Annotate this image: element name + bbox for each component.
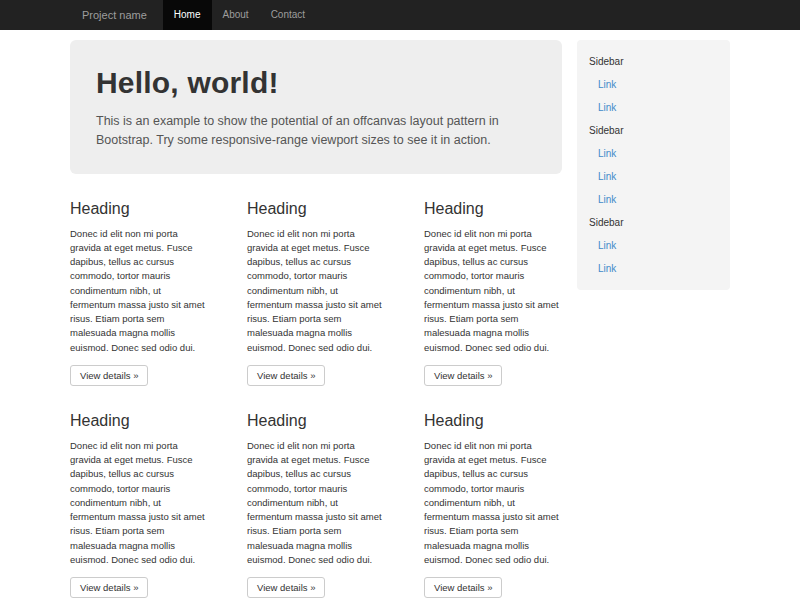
card-heading: Heading [70, 412, 208, 430]
view-details-button[interactable]: View details » [70, 577, 148, 598]
card-body-text: Donec id elit non mi porta gravida at eg… [70, 227, 208, 355]
jumbotron: Hello, world! This is an example to show… [70, 40, 562, 174]
card-body-text: Donec id elit non mi porta gravida at eg… [424, 439, 562, 567]
brand-link[interactable]: Project name [70, 0, 163, 30]
view-details-button[interactable]: View details » [247, 577, 325, 598]
content-card: Heading Donec id elit non mi porta gravi… [247, 194, 385, 386]
card-heading: Heading [247, 412, 385, 430]
view-details-button[interactable]: View details » [70, 365, 148, 386]
content-card: Heading Donec id elit non mi porta gravi… [70, 194, 208, 386]
view-details-button[interactable]: View details » [424, 365, 502, 386]
view-details-button[interactable]: View details » [247, 365, 325, 386]
nav-item-about-label[interactable]: About [212, 0, 260, 30]
view-details-button[interactable]: View details » [424, 577, 502, 598]
card-body-text: Donec id elit non mi porta gravida at eg… [70, 439, 208, 567]
card-body-text: Donec id elit non mi porta gravida at eg… [247, 227, 385, 355]
nav-item-contact-label[interactable]: Contact [260, 0, 316, 30]
content-card: Heading Donec id elit non mi porta gravi… [70, 406, 208, 598]
card-body-text: Donec id elit non mi porta gravida at eg… [424, 227, 562, 355]
main-content: Hello, world! This is an example to show… [70, 40, 562, 598]
sidebar-link[interactable]: Link [589, 165, 718, 188]
page-container: Hello, world! This is an example to show… [70, 40, 730, 600]
content-card: Heading Donec id elit non mi porta gravi… [424, 194, 562, 386]
nav-item-home[interactable]: Home [163, 0, 212, 30]
sidebar-group-title: Sidebar [589, 119, 718, 142]
content-card: Heading Donec id elit non mi porta gravi… [247, 406, 385, 598]
page-title: Hello, world! [96, 66, 536, 100]
sidebar-group-title: Sidebar [589, 50, 718, 73]
nav-item-about[interactable]: About [212, 0, 260, 30]
jumbotron-description: This is an example to show the potential… [96, 112, 536, 150]
cards-row-2: Heading Donec id elit non mi porta gravi… [70, 406, 562, 598]
card-heading: Heading [424, 200, 562, 218]
sidebar-link[interactable]: Link [589, 234, 718, 257]
navbar-menu: Home About Contact [163, 0, 316, 30]
nav-item-contact[interactable]: Contact [260, 0, 316, 30]
content-card: Heading Donec id elit non mi porta gravi… [424, 406, 562, 598]
sidebar-link[interactable]: Link [589, 96, 718, 119]
sidebar-group-title: Sidebar [589, 211, 718, 234]
sidebar: Sidebar Link Link Sidebar Link Link Link… [577, 40, 730, 290]
nav-item-home-label[interactable]: Home [163, 0, 212, 30]
card-body-text: Donec id elit non mi porta gravida at eg… [247, 439, 385, 567]
card-heading: Heading [424, 412, 562, 430]
cards-row-1: Heading Donec id elit non mi porta gravi… [70, 194, 562, 386]
sidebar-link[interactable]: Link [589, 257, 718, 280]
top-navbar: Project name Home About Contact [0, 0, 800, 30]
sidebar-link[interactable]: Link [589, 73, 718, 96]
card-heading: Heading [70, 200, 208, 218]
sidebar-link[interactable]: Link [589, 188, 718, 211]
sidebar-link[interactable]: Link [589, 142, 718, 165]
card-heading: Heading [247, 200, 385, 218]
